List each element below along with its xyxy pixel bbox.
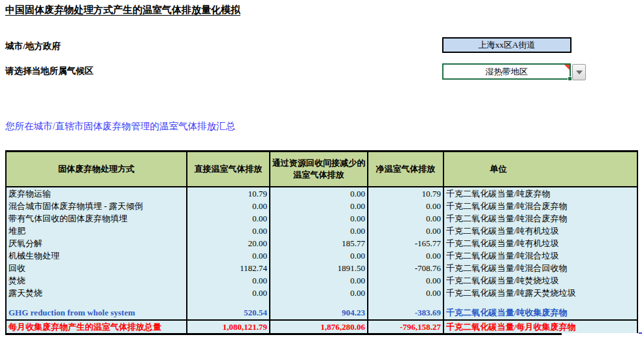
- method-cell: 机械生物处理: [6, 249, 187, 262]
- unit-cell: 千克二氧化碳当量/吨混合废弃物: [443, 212, 637, 225]
- indirect-cell: 1,876,280.06: [270, 320, 368, 333]
- summary-heading: 您所在城市/直辖市固体废弃物管理的温室气体排放汇总: [5, 120, 235, 133]
- direct-cell: 520.54: [187, 306, 270, 320]
- table-row: 机械生物处理 0.00 0.00 0.00 千克二氧化碳当量/吨混合垃圾: [6, 249, 637, 262]
- corner-artifact: [639, 332, 642, 334]
- table-row: 露天焚烧 0.00 0.00 0.00 千克二氧化碳当量/吨露天焚烧垃圾: [6, 287, 637, 299]
- unit-cell: 千克二氧化碳当量/吨混合垃圾: [443, 249, 637, 262]
- method-cell: 混合城市固体废弃物填埋 - 露天倾倒: [6, 200, 187, 212]
- indirect-cell: 0.00: [270, 187, 368, 200]
- climate-zone-label: 请选择当地所属气候区: [5, 65, 93, 77]
- direct-cell: 0.00: [187, 200, 270, 212]
- unit-cell: 千克二氧化碳当量/吨混合回收物: [443, 262, 637, 274]
- indirect-cell: 185.77: [270, 237, 368, 249]
- unit-cell: 千克二氧化碳当量/吨混合废弃物: [443, 200, 637, 212]
- table-row: 厌氧分解 20.00 185.77 -165.77 千克二氧化碳当量/吨有机垃圾: [6, 237, 637, 249]
- table-bottom-border: [5, 333, 562, 335]
- col-header-unit: 单位: [443, 152, 637, 187]
- direct-cell: 20.00: [187, 237, 270, 249]
- unit-cell: 千克二氧化碳当量/吨收集废弃物: [443, 306, 637, 320]
- indirect-cell: 1891.50: [270, 262, 368, 274]
- table-row: 堆肥 0.00 0.00 0.00 千克二氧化碳当量/吨有机垃圾: [6, 225, 637, 237]
- city-label: 城市/地方政府: [5, 40, 61, 52]
- direct-cell: 0.00: [187, 274, 270, 287]
- indirect-cell: 0.00: [270, 200, 368, 212]
- col-header-indirect: 通过资源回收间接减少的温室气体排放: [270, 152, 368, 187]
- unit-cell: [443, 299, 637, 306]
- method-cell: [6, 299, 187, 306]
- table-row: 带有气体回收的固体废弃物填埋 0.00 0.00 0.00 千克二氧化碳当量/吨…: [6, 212, 637, 225]
- direct-cell: 1,080,121.79: [187, 320, 270, 333]
- comment-marker-icon: [564, 65, 570, 70]
- direct-cell: 10.79: [187, 187, 270, 200]
- climate-zone-value: 湿热带地区: [485, 67, 528, 76]
- indirect-cell: [270, 299, 368, 306]
- page-title: 中国固体废弃物处理方式产生的温室气体排放量化模拟: [5, 4, 240, 16]
- chevron-down-icon: [576, 71, 583, 74]
- direct-cell: 0.00: [187, 249, 270, 262]
- indirect-cell: 0.00: [270, 249, 368, 262]
- method-cell: 每月收集废弃物产生的温室气体排放总量: [6, 320, 187, 333]
- method-cell: 焚烧: [6, 274, 187, 287]
- net-cell: -708.76: [368, 262, 443, 274]
- unit-cell: 千克二氧化碳当量/吨焚烧垃圾: [443, 274, 637, 287]
- indirect-cell: 0.00: [270, 287, 368, 299]
- indirect-cell: 0.00: [270, 274, 368, 287]
- table-row: 废弃物运输 10.79 0.00 10.79 千克二氧化碳当量/吨废弃物: [6, 187, 637, 200]
- method-cell: 带有气体回收的固体废弃物填埋: [6, 212, 187, 225]
- method-cell: GHG reduction from whole system: [6, 306, 187, 320]
- col-header-net: 净温室气体排放: [368, 152, 443, 187]
- table-row: 混合城市固体废弃物填埋 - 露天倾倒 0.00 0.00 0.00 千克二氧化碳…: [6, 200, 637, 212]
- indirect-cell: 0.00: [270, 212, 368, 225]
- net-cell: 0.00: [368, 249, 443, 262]
- emissions-table: 固体废弃物处理方式 直接温室气体排放 通过资源回收间接减少的温室气体排放 净温室…: [5, 150, 638, 333]
- unit-cell: 千克二氧化碳当量/吨废弃物: [443, 187, 637, 200]
- method-cell: 厌氧分解: [6, 237, 187, 249]
- net-cell: -165.77: [368, 237, 443, 249]
- direct-cell: [187, 299, 270, 306]
- indirect-cell: 904.23: [270, 306, 368, 320]
- net-cell: 0.00: [368, 200, 443, 212]
- net-cell: [368, 299, 443, 306]
- net-cell: 0.00: [368, 287, 443, 299]
- ghg-reduction-row: GHG reduction from whole system 520.54 9…: [6, 306, 637, 320]
- net-cell: 0.00: [368, 225, 443, 237]
- method-cell: 堆肥: [6, 225, 187, 237]
- monthly-total-row: 每月收集废弃物产生的温室气体排放总量 1,080,121.79 1,876,28…: [6, 320, 637, 333]
- unit-cell: 千克二氧化碳当量/吨有机垃圾: [443, 225, 637, 237]
- net-cell: -796,158.27: [368, 320, 443, 333]
- col-header-direct: 直接温室气体排放: [187, 152, 270, 187]
- fill-handle-icon[interactable]: [568, 76, 572, 81]
- net-cell: 0.00: [368, 212, 443, 225]
- direct-cell: 0.00: [187, 287, 270, 299]
- city-input[interactable]: 上海xx区A街道: [442, 37, 572, 53]
- net-cell: 0.00: [368, 274, 443, 287]
- unit-cell: 千克二氧化碳当量/每月收集废弃物: [443, 320, 637, 333]
- unit-cell: 千克二氧化碳当量/吨露天焚烧垃圾: [443, 287, 637, 299]
- net-cell: 10.79: [368, 187, 443, 200]
- direct-cell: 1182.74: [187, 262, 270, 274]
- unit-cell: 千克二氧化碳当量/吨有机垃圾: [443, 237, 637, 249]
- direct-cell: 0.00: [187, 225, 270, 237]
- table-header-row: 固体废弃物处理方式 直接温室气体排放 通过资源回收间接减少的温室气体排放 净温室…: [6, 152, 637, 187]
- table-row-empty: [6, 299, 637, 306]
- col-header-method: 固体废弃物处理方式: [6, 152, 187, 187]
- net-cell: -383.69: [368, 306, 443, 320]
- method-cell: 废弃物运输: [6, 187, 187, 200]
- method-cell: 回收: [6, 262, 187, 274]
- dropdown-button[interactable]: [572, 64, 586, 80]
- climate-zone-select[interactable]: 湿热带地区: [442, 63, 571, 80]
- table-row: 焚烧 0.00 0.00 0.00 千克二氧化碳当量/吨焚烧垃圾: [6, 274, 637, 287]
- indirect-cell: 0.00: [270, 225, 368, 237]
- table-row: 回收 1182.74 1891.50 -708.76 千克二氧化碳当量/吨混合回…: [6, 262, 637, 274]
- method-cell: 露天焚烧: [6, 287, 187, 299]
- direct-cell: 0.00: [187, 212, 270, 225]
